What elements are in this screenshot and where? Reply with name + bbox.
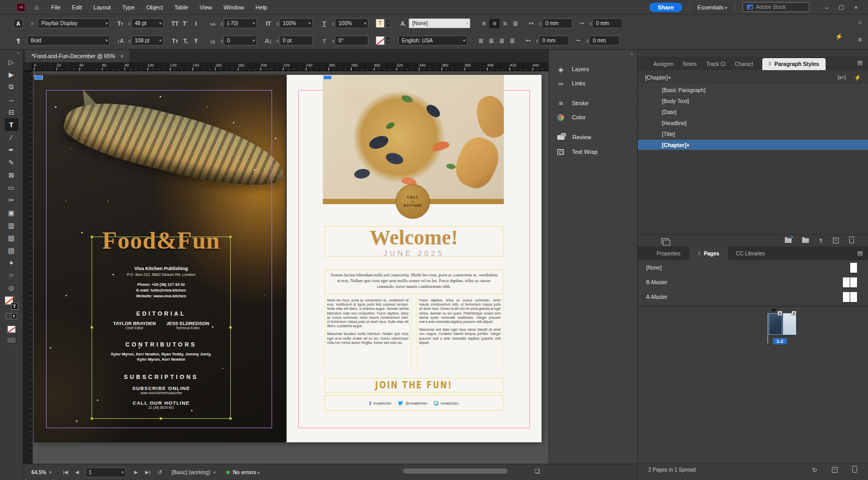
skew-input[interactable]: 0° [335, 36, 368, 46]
panel-menu-icon[interactable]: ▤ [858, 250, 863, 256]
apply-color-buttons[interactable]: T [5, 312, 18, 322]
align-left-button[interactable]: ≡ [479, 19, 489, 28]
first-line-indent-stepper[interactable]: ▴ ▾ [590, 21, 592, 26]
baseline-shift-stepper[interactable]: ▴ ▾ [277, 39, 278, 43]
menu-window[interactable]: Window [223, 4, 244, 10]
canvas[interactable]: Food&Fun Viva Kitchen Publishing P.O. Bo… [32, 71, 548, 464]
vertical-scale-input[interactable]: 100% [279, 18, 313, 28]
create-new-style-icon[interactable]: + [833, 238, 839, 243]
style-date[interactable]: [Date] [638, 106, 868, 117]
share-button[interactable]: Share [649, 3, 682, 12]
redefine-style-icon[interactable]: ¶ [819, 238, 822, 243]
gradient-tool[interactable]: ▥ [5, 219, 18, 231]
master-a[interactable]: A-Master [638, 289, 868, 304]
frame-handle[interactable] [229, 417, 232, 420]
free-transform-tool[interactable]: ▣ [5, 206, 18, 219]
right-indent-input[interactable]: 0 mm [539, 36, 569, 46]
style-title[interactable]: [Title] [638, 128, 868, 139]
menu-layout[interactable]: Layout [94, 4, 111, 10]
layers-panel-button[interactable]: ◈ Layers [556, 63, 589, 75]
justify-left-button[interactable]: ≣ [476, 36, 486, 46]
document-tab[interactable]: *Food-and-Fun-December @ 65% × [25, 50, 130, 62]
tracking-input[interactable]: 0 [223, 36, 257, 46]
language-input[interactable]: English: USA [398, 36, 467, 46]
preflight-errors-label[interactable]: No errors [233, 470, 260, 475]
intro-frame[interactable]: Aenean lacinia bibendum nulla sed consec… [324, 270, 503, 294]
body-column-1[interactable]: Morbi leo risus, porta ac consectetur ac… [324, 297, 411, 372]
style-group-icon[interactable] [661, 238, 668, 243]
fit-page-icon[interactable]: ❏ [535, 468, 540, 475]
stroke-color-swatch[interactable] [376, 36, 385, 45]
superscript-icon[interactable]: T˙ [181, 20, 191, 27]
justify-center-button[interactable]: ≣ [486, 36, 497, 46]
tab-notes[interactable]: Notes [683, 61, 696, 70]
leading-input[interactable]: 108 pt [131, 36, 164, 46]
page-2[interactable]: CALL to ACTION! Welcome! JUNE 2025 Aenea… [287, 75, 542, 442]
paragraph-formatting-icon[interactable]: ¶ [14, 36, 23, 46]
page-tool[interactable]: ⧉ [5, 81, 18, 93]
justify-button[interactable]: ≣ [510, 19, 521, 28]
fill-color-swatch[interactable]: T [376, 19, 385, 28]
call-to-action-badge[interactable]: CALL to ACTION! [396, 184, 430, 219]
stroke-panel-button[interactable]: ≡ Stroke [556, 97, 589, 109]
hand-tool[interactable]: ☞ [5, 269, 18, 282]
kerning-stepper[interactable]: ▴ ▾ [221, 21, 223, 26]
minimize-button[interactable]: – [820, 2, 833, 13]
clear-overrides-icon[interactable]: ⚡ [854, 74, 861, 81]
justify-last-left-button[interactable]: ≣ [507, 36, 517, 46]
tab-track-changes[interactable]: Track Cl [706, 61, 725, 70]
last-page-button[interactable]: ▶| [145, 470, 150, 475]
spread-number-label[interactable]: 1-2 [773, 338, 787, 344]
vertical-ruler[interactable] [23, 71, 32, 464]
new-style-group-icon[interactable] [785, 238, 792, 243]
expand-panels-icon[interactable]: » [630, 51, 633, 57]
pen-tool[interactable]: ✒ [5, 143, 18, 156]
menu-edit[interactable]: Edit [72, 4, 82, 10]
left-indent-stepper[interactable]: ▴ ▾ [539, 21, 541, 26]
horizontal-scrollbar[interactable] [403, 468, 508, 474]
style-body-text[interactable]: [Body Text] [638, 95, 868, 106]
tab-cc-libraries[interactable]: CC Libraries [728, 247, 774, 260]
ruler-origin-box[interactable] [23, 62, 32, 71]
pencil-tool[interactable]: ✎ [5, 156, 18, 169]
frame-handle[interactable] [160, 417, 162, 420]
close-button[interactable]: × [849, 2, 863, 13]
view-options-icon[interactable] [7, 337, 16, 343]
next-page-button[interactable]: ▶ [134, 470, 138, 475]
delete-style-icon[interactable] [849, 238, 854, 243]
links-panel-button[interactable]: ∞ Links [556, 77, 585, 89]
style-headline[interactable]: [Headline] [638, 117, 868, 128]
tab-pages[interactable]: ⇕ Pages [689, 247, 728, 260]
frame-tool[interactable]: ⊠ [5, 169, 18, 181]
workspace-switcher[interactable]: Essentials [697, 4, 727, 10]
menu-help[interactable]: Help [255, 4, 267, 10]
lightning-icon[interactable]: ⚡ [835, 33, 843, 40]
edit-page-size-icon[interactable]: ↻ [812, 466, 817, 474]
type-tool[interactable]: T [5, 118, 18, 131]
new-style-from-selection-icon[interactable]: [a+] [838, 75, 846, 80]
align-right-button[interactable]: ≡ [500, 19, 510, 28]
previous-page-button[interactable]: ◀ [75, 470, 79, 475]
horizontal-scale-stepper[interactable]: ▴ ▾ [333, 21, 334, 26]
skew-stepper[interactable]: ▴ ▾ [333, 39, 334, 43]
fill-flyout-arrow[interactable]: › [386, 19, 391, 28]
panel-menu-icon[interactable]: ≡ [858, 36, 862, 43]
page-1-thumbnail[interactable]: A [769, 313, 782, 335]
style-basic-paragraph[interactable]: [Basic Paragraph] [638, 84, 868, 95]
character-formatting-icon[interactable]: A [14, 19, 23, 28]
last-line-indent-input[interactable]: 0 mm [589, 36, 619, 46]
underline-icon[interactable]: I [191, 20, 201, 27]
font-style-input[interactable]: Bold [27, 36, 110, 46]
folder-icon[interactable] [802, 238, 809, 243]
selection-tool[interactable]: ▷ [5, 55, 18, 68]
body-column-2[interactable]: Fusce dapibus, tellus ac cursus commodo,… [416, 297, 503, 372]
menu-file[interactable]: File [51, 4, 61, 10]
tab-paragraph-styles[interactable]: ⇕ Paragraph Styles [762, 58, 825, 70]
left-indent-input[interactable]: 0 mm [542, 18, 572, 28]
direct-selection-tool[interactable]: ▶ [5, 68, 18, 81]
delete-page-icon[interactable] [852, 467, 857, 473]
link-badge-icon[interactable] [323, 75, 332, 80]
page-1[interactable]: Food&Fun Viva Kitchen Publishing P.O. Bo… [34, 75, 286, 442]
line-tool[interactable]: ∕ [5, 131, 18, 143]
join-frame[interactable]: JOIN THE FUN! [324, 378, 503, 393]
